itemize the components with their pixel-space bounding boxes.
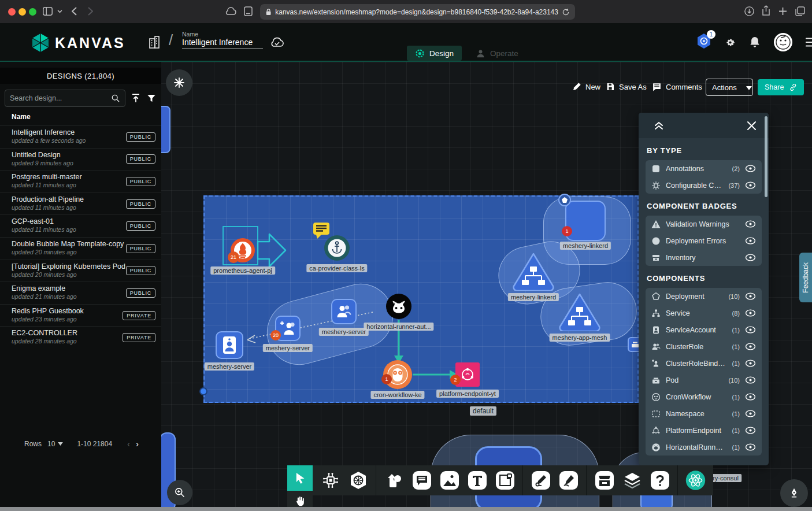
- notifications-bell-icon[interactable]: [749, 36, 761, 49]
- panel-item-inventory[interactable]: Inventory: [646, 249, 762, 266]
- panel-item-cronworkflow[interactable]: CronWorkflow (1): [646, 388, 762, 405]
- panel-item-pod[interactable]: Pod (10): [646, 372, 762, 388]
- kubernetes-tool-button[interactable]: [348, 471, 368, 491]
- panel-item-namespace[interactable]: Namespace (1): [646, 405, 762, 422]
- design-row[interactable]: Enigma example updated 21 minutes ago PU…: [0, 282, 161, 304]
- icloud-icon[interactable]: [224, 7, 237, 16]
- rows-per-page-select[interactable]: 10: [47, 440, 63, 448]
- prev-page-button[interactable]: ‹: [127, 439, 130, 449]
- search-icon[interactable]: [111, 94, 120, 103]
- panel-item-service[interactable]: Service (8): [646, 305, 762, 321]
- panel-item-annotation[interactable]: Annotations (2): [646, 160, 762, 177]
- new-tab-button[interactable]: [778, 7, 787, 16]
- import-design-icon[interactable]: [131, 93, 141, 103]
- new-design-button[interactable]: New: [572, 82, 600, 91]
- pencil-tool-button[interactable]: [558, 471, 579, 491]
- visibility-eye-icon[interactable]: [745, 292, 756, 301]
- visibility-eye-icon[interactable]: [745, 409, 756, 418]
- window-minimize-button[interactable]: [18, 8, 26, 16]
- actions-caret-icon[interactable]: [743, 83, 755, 92]
- select-tool-button[interactable]: [287, 465, 313, 491]
- panel-item-error[interactable]: Deployment Errors: [646, 232, 762, 249]
- visibility-eye-icon[interactable]: [745, 392, 756, 401]
- panel-item-warning[interactable]: Validation Warnings: [646, 216, 762, 232]
- save-as-button[interactable]: Save As: [606, 82, 647, 91]
- layers-tool-button[interactable]: [622, 471, 642, 491]
- help-tool-button[interactable]: [650, 471, 670, 491]
- visibility-eye-icon[interactable]: [745, 325, 756, 334]
- reader-icon[interactable]: [244, 6, 253, 16]
- panel-scrollbar[interactable]: [765, 116, 767, 197]
- share-page-button[interactable]: [762, 5, 770, 16]
- image-tool-button[interactable]: [439, 471, 459, 491]
- visibility-eye-icon[interactable]: [745, 309, 756, 317]
- sidebar-toggle-icon[interactable]: [43, 7, 53, 16]
- forward-button[interactable]: [88, 7, 93, 16]
- panel-item-horizontalrunner[interactable]: HorizontalRunnerAutoscaler (1): [646, 439, 762, 456]
- panel-item-configurable[interactable]: Configurable Components (37): [646, 177, 762, 194]
- design-row[interactable]: GCP-east-01 updated 11 minutes ago PUBLI…: [0, 214, 161, 237]
- comments-button[interactable]: Comments: [652, 82, 702, 92]
- design-row[interactable]: Double Bubble Map Template-copy updated …: [0, 237, 161, 260]
- canvas-node-github[interactable]: [385, 293, 412, 322]
- panel-item-clusterrolebinding[interactable]: ClusterRoleBinding (1): [646, 355, 762, 372]
- visibility-eye-icon[interactable]: [745, 220, 756, 228]
- tab-operate[interactable]: Operate: [468, 46, 526, 61]
- visibility-eye-icon[interactable]: [745, 443, 756, 451]
- comment-tool-button[interactable]: [411, 471, 432, 491]
- feedback-tab[interactable]: Feedback: [799, 253, 812, 302]
- meshery-tool-button[interactable]: [685, 471, 706, 491]
- design-row[interactable]: Postgres multi-master updated 11 minutes…: [0, 170, 161, 192]
- note-tool-button[interactable]: [495, 471, 515, 491]
- component-tool-button[interactable]: [320, 471, 340, 491]
- snowflake-button[interactable]: [166, 69, 192, 96]
- selection-resize-handle[interactable]: [199, 387, 207, 395]
- visibility-eye-icon[interactable]: [745, 253, 756, 262]
- visibility-eye-icon[interactable]: [745, 236, 756, 245]
- design-row[interactable]: EC2-CONTROLLER updated 28 minutes ago PR…: [0, 326, 161, 349]
- shapes-tool-button[interactable]: [384, 471, 404, 491]
- canvas-node-anchor[interactable]: [324, 235, 350, 264]
- panel-item-serviceaccount[interactable]: ServiceAccount (1): [646, 321, 762, 338]
- visibility-eye-icon[interactable]: [745, 181, 756, 190]
- window-close-button[interactable]: [8, 8, 16, 16]
- panel-item-deployment[interactable]: Deployment (10): [646, 288, 762, 305]
- share-button[interactable]: Share: [758, 79, 804, 95]
- address-bar[interactable]: kanvas.new/extension/meshmap?mode=design…: [260, 4, 575, 20]
- window-zoom-button[interactable]: [29, 8, 36, 16]
- pen-fab-button[interactable]: [780, 479, 808, 507]
- settings-gear-icon[interactable]: [724, 36, 736, 49]
- drawer-tool-button[interactable]: [594, 471, 614, 491]
- canvas-node-service[interactable]: [557, 291, 603, 334]
- search-design-input[interactable]: Search design...: [5, 90, 125, 107]
- tab-design[interactable]: Design: [407, 46, 462, 61]
- design-row[interactable]: [Tutorial] Exploring Kubernetes Pod upda…: [0, 260, 161, 282]
- back-button[interactable]: [72, 7, 77, 16]
- visibility-eye-icon[interactable]: [745, 164, 756, 173]
- downloads-button[interactable]: [744, 6, 754, 16]
- kubernetes-context-button[interactable]: 1: [696, 33, 711, 51]
- user-avatar[interactable]: [773, 32, 793, 52]
- visibility-eye-icon[interactable]: [745, 342, 756, 351]
- design-name-input[interactable]: Intelligent Inference: [182, 38, 263, 49]
- panel-item-platformendpoint[interactable]: PlatformEndpoint (1): [646, 422, 762, 439]
- tab-overview-button[interactable]: [795, 6, 805, 16]
- panel-item-clusterrole[interactable]: ClusterRole (1): [646, 338, 762, 355]
- hamburger-menu-icon[interactable]: [806, 38, 812, 47]
- design-row[interactable]: Untitled Design updated 9 minutes ago PU…: [0, 148, 161, 171]
- organization-icon[interactable]: [148, 35, 161, 49]
- design-row[interactable]: Production-alt Pipeline updated 11 minut…: [0, 192, 161, 215]
- design-row[interactable]: Intelligent Inference updated a few seco…: [0, 125, 161, 148]
- visibility-eye-icon[interactable]: [745, 359, 756, 368]
- zoom-button[interactable]: [167, 480, 192, 505]
- visibility-eye-icon[interactable]: [745, 376, 756, 384]
- close-panel-icon[interactable]: [747, 121, 756, 130]
- actions-button[interactable]: Actions: [706, 79, 753, 96]
- design-row[interactable]: Redis PHP Guestbook updated 23 minutes a…: [0, 304, 161, 327]
- canvas-node-service[interactable]: [510, 250, 557, 293]
- next-page-button[interactable]: ›: [136, 439, 139, 449]
- pen-tool-button[interactable]: [531, 471, 551, 491]
- collapse-panel-icon[interactable]: [654, 121, 664, 130]
- text-tool-button[interactable]: [467, 471, 487, 491]
- canvas-node-clusterrole[interactable]: [331, 299, 357, 324]
